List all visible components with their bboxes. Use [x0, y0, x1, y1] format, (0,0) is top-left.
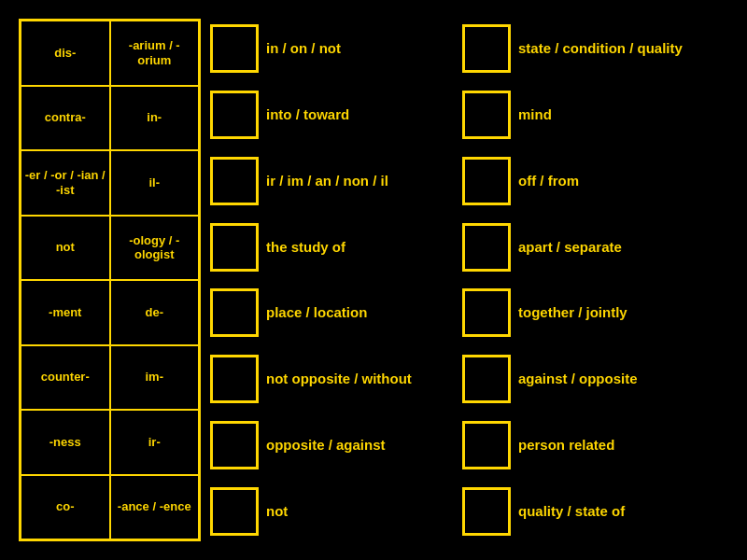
right-row-5: together / jointly — [462, 283, 728, 343]
cell-ology[interactable]: -ology / -ologist — [111, 217, 199, 280]
left-panel: dis- -arium / -orium contra- in- -er / -… — [19, 19, 201, 541]
cell-dis[interactable]: dis- — [21, 21, 111, 85]
right-row-4: apart / separate — [462, 217, 728, 277]
middle-row-7: opposite / against — [210, 415, 453, 476]
right-row-1: state / condition / quality — [462, 19, 728, 79]
right-match-box-8[interactable] — [462, 487, 511, 536]
cell-ment[interactable]: -ment — [21, 281, 111, 344]
left-row-1: dis- -arium / -orium — [21, 21, 198, 87]
main-container: dis- -arium / -orium contra- in- -er / -… — [0, 0, 747, 560]
match-box-2[interactable] — [210, 91, 259, 139]
middle-row-6: not opposite / without — [210, 349, 453, 410]
cell-er-or[interactable]: -er / -or / -ian / -ist — [21, 151, 111, 215]
middle-text-2: into / toward — [266, 106, 349, 123]
middle-row-5: place / location — [210, 283, 453, 343]
match-box-1[interactable] — [210, 24, 259, 73]
cell-counter[interactable]: counter- — [21, 346, 111, 410]
right-text-5: together / jointly — [518, 304, 627, 321]
middle-text-7: opposite / against — [266, 437, 386, 454]
middle-row-8: not — [210, 481, 453, 541]
middle-text-3: ir / im / an / non / il — [266, 173, 388, 189]
cell-arium[interactable]: -arium / -orium — [111, 21, 199, 85]
cell-contra[interactable]: contra- — [21, 87, 111, 150]
right-text-6: against / opposite — [518, 371, 638, 387]
left-row-8: co- -ance / -ence — [21, 476, 198, 539]
match-box-8[interactable] — [210, 487, 259, 536]
match-box-3[interactable] — [210, 157, 259, 205]
cell-not[interactable]: not — [21, 217, 111, 280]
middle-text-6: not opposite / without — [266, 371, 412, 387]
cell-ir[interactable]: ir- — [111, 411, 199, 474]
middle-row-2: into / toward — [210, 85, 453, 146]
middle-row-3: ir / im / an / non / il — [210, 151, 453, 212]
cell-co[interactable]: co- — [21, 476, 111, 539]
right-row-8: quality / state of — [462, 481, 728, 541]
left-row-4: not -ology / -ologist — [21, 217, 198, 282]
match-box-7[interactable] — [210, 421, 259, 469]
middle-text-5: place / location — [266, 304, 367, 321]
right-row-6: against / opposite — [462, 349, 728, 410]
right-panel: state / condition / quality mind off / f… — [462, 19, 728, 541]
left-row-2: contra- in- — [21, 87, 198, 152]
right-text-3: off / from — [518, 173, 579, 189]
middle-text-4: the study of — [266, 239, 345, 256]
right-row-2: mind — [462, 85, 728, 146]
cell-in[interactable]: in- — [111, 87, 199, 150]
middle-text-8: not — [266, 503, 288, 520]
right-match-box-4[interactable] — [462, 223, 511, 272]
middle-panel: in / on / not into / toward ir / im / an… — [210, 19, 453, 541]
right-match-box-5[interactable] — [462, 288, 511, 337]
cell-de[interactable]: de- — [111, 281, 199, 344]
right-text-2: mind — [518, 106, 552, 123]
right-match-box-1[interactable] — [462, 24, 511, 73]
left-row-3: -er / -or / -ian / -ist il- — [21, 151, 198, 217]
right-row-7: person related — [462, 415, 728, 476]
right-text-8: quality / state of — [518, 503, 625, 520]
right-match-box-6[interactable] — [462, 355, 511, 403]
left-row-6: counter- im- — [21, 346, 198, 412]
right-text-7: person related — [518, 437, 614, 454]
right-match-box-3[interactable] — [462, 157, 511, 205]
right-row-3: off / from — [462, 151, 728, 212]
match-box-4[interactable] — [210, 223, 259, 272]
middle-row-1: in / on / not — [210, 19, 453, 79]
left-row-7: -ness ir- — [21, 411, 198, 476]
match-box-6[interactable] — [210, 355, 259, 403]
cell-im[interactable]: im- — [111, 346, 199, 410]
cell-ance[interactable]: -ance / -ence — [111, 476, 199, 539]
right-match-box-7[interactable] — [462, 421, 511, 469]
middle-row-4: the study of — [210, 217, 453, 277]
right-match-box-2[interactable] — [462, 91, 511, 139]
cell-ness[interactable]: -ness — [21, 411, 111, 474]
match-box-5[interactable] — [210, 288, 259, 337]
left-row-5: -ment de- — [21, 281, 198, 346]
right-text-1: state / condition / quality — [518, 40, 683, 57]
right-text-4: apart / separate — [518, 239, 622, 256]
middle-text-1: in / on / not — [266, 40, 341, 57]
cell-il[interactable]: il- — [111, 151, 199, 215]
